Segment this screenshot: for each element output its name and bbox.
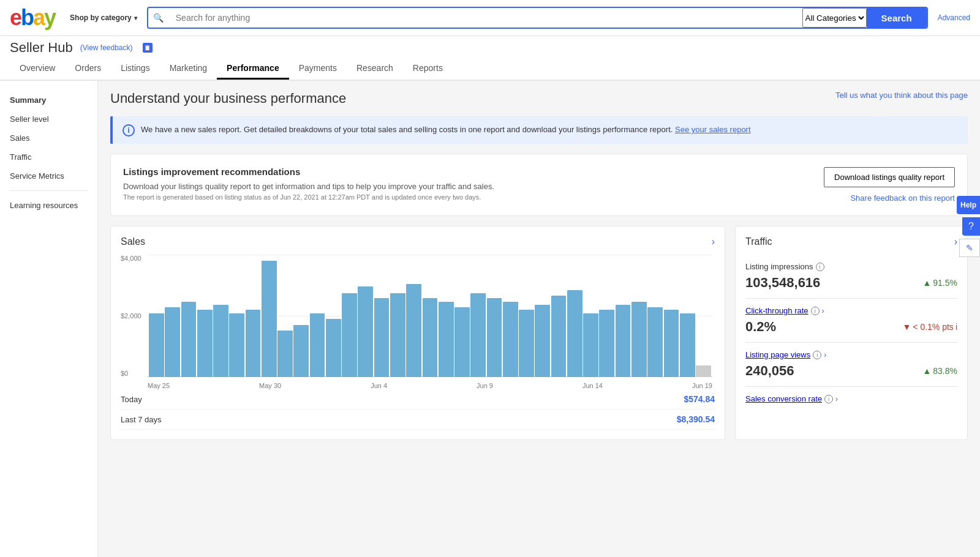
- help-edit-icon[interactable]: ✎: [959, 239, 980, 257]
- impressions-info-icon[interactable]: i: [816, 263, 824, 271]
- seller-hub-top: Seller Hub (View feedback) 📋: [10, 40, 970, 56]
- sidebar-item-seller-level[interactable]: Seller level: [0, 110, 97, 129]
- page-views-value-row: 240,056 ▲ 83.8%: [745, 363, 957, 379]
- category-select[interactable]: All Categories: [802, 8, 867, 28]
- impressions-change: ▲ 91.5%: [922, 278, 957, 288]
- listings-card-title: Listings improvement recommendations: [123, 166, 494, 177]
- share-feedback-link[interactable]: Share feedback on this report: [850, 193, 955, 203]
- sales-chart: $4,000 $2,000 $0 May 25: [121, 255, 715, 389]
- sidebar-item-service-metrics[interactable]: Service Metrics: [0, 166, 97, 185]
- ebay-logo: ebay: [10, 5, 55, 31]
- sidebar-item-learning[interactable]: Learning resources: [0, 196, 97, 215]
- page-views-up-arrow: ▲: [922, 366, 931, 376]
- traffic-card-header: Traffic ›: [745, 236, 957, 247]
- bar-4: [213, 305, 228, 377]
- bar-23: [519, 310, 534, 377]
- traffic-chevron-right[interactable]: ›: [954, 236, 957, 247]
- search-bar: 🔍 All Categories Search: [147, 7, 928, 29]
- y-label-0: $0: [121, 370, 145, 377]
- nav-overview[interactable]: Overview: [10, 58, 65, 80]
- bar-22: [503, 302, 518, 378]
- bar-16: [406, 284, 421, 377]
- sidebar-item-traffic[interactable]: Traffic: [0, 148, 97, 166]
- sales-report-link[interactable]: See your sales report: [675, 125, 751, 134]
- nav-research[interactable]: Research: [347, 58, 403, 80]
- search-input[interactable]: [168, 8, 802, 28]
- bar-19: [454, 307, 470, 377]
- conversion-info-icon[interactable]: i: [824, 395, 833, 403]
- x-axis-labels: May 25 May 30 Jun 4 Jun 9 Jun 14 Jun 19: [148, 382, 712, 389]
- bar-32: [664, 310, 679, 377]
- y-axis-labels: $4,000 $2,000 $0: [121, 255, 145, 377]
- nav-orders[interactable]: Orders: [65, 58, 111, 80]
- sidebar-item-sales[interactable]: Sales: [0, 129, 97, 148]
- sales-chevron-right[interactable]: ›: [712, 236, 715, 247]
- advanced-link[interactable]: Advanced: [938, 13, 970, 22]
- stats-last7: Last 7 days $8,390.54: [121, 409, 715, 430]
- metric-page-views: Listing page views i › 240,056 ▲ 83.8%: [745, 343, 957, 387]
- page-views-change: ▲ 83.8%: [922, 366, 957, 376]
- download-listings-button[interactable]: Download listings quality report: [824, 167, 955, 187]
- last7-label: Last 7 days: [121, 415, 162, 424]
- page-views-value: 240,056: [745, 363, 794, 379]
- ctr-down-arrow: ▼: [902, 322, 911, 332]
- bar-33: [680, 313, 695, 378]
- bar-14: [374, 298, 390, 377]
- bar-15: [390, 293, 405, 377]
- sales-card: Sales › $4,000 $2,000 $0: [110, 226, 725, 440]
- bar-8: [277, 331, 293, 377]
- today-label: Today: [121, 395, 142, 404]
- help-button[interactable]: Help: [957, 196, 980, 214]
- bar-34: [696, 365, 711, 377]
- nav-performance[interactable]: Performance: [217, 58, 289, 80]
- bar-10: [310, 313, 325, 378]
- x-label-jun9: Jun 9: [477, 382, 493, 389]
- listings-card-inner: Listings improvement recommendations Dow…: [123, 166, 955, 203]
- feedback-page-link[interactable]: Tell us what you think about this page: [835, 91, 968, 100]
- ctr-value: 0.2%: [745, 319, 776, 335]
- metric-conversion: Sales conversion rate i ›: [745, 387, 957, 414]
- ctr-chevron[interactable]: ›: [822, 307, 824, 315]
- nav-payments[interactable]: Payments: [289, 58, 347, 80]
- bar-2: [181, 302, 197, 378]
- bar-29: [616, 305, 631, 377]
- layout: Summary Seller level Sales Traffic Servi…: [0, 81, 980, 557]
- x-label-may30: May 30: [259, 382, 281, 389]
- ctr-link[interactable]: Click-through rate: [745, 306, 809, 315]
- nav-listings[interactable]: Listings: [111, 58, 159, 80]
- sales-title: Sales: [121, 236, 145, 247]
- ctr-info-icon[interactable]: i: [811, 307, 820, 315]
- impressions-up-arrow: ▲: [922, 278, 931, 288]
- search-button[interactable]: Search: [867, 8, 927, 28]
- help-question-icon[interactable]: ?: [962, 217, 980, 236]
- seller-hub-title: Seller Hub: [10, 40, 73, 56]
- shop-by-category[interactable]: Shop by category ▾: [70, 13, 137, 22]
- conversion-link[interactable]: Sales conversion rate: [745, 394, 822, 403]
- bar-3: [197, 310, 213, 377]
- bar-17: [423, 298, 438, 377]
- nav-marketing[interactable]: Marketing: [160, 58, 217, 80]
- page-views-info-icon[interactable]: i: [813, 351, 821, 359]
- ctr-value-row: 0.2% ▼ < 0.1% pts i: [745, 319, 957, 335]
- ctr-change-info[interactable]: i: [956, 322, 957, 332]
- info-icon: i: [123, 124, 135, 136]
- sales-card-header: Sales ›: [121, 236, 715, 247]
- nav-reports[interactable]: Reports: [403, 58, 453, 80]
- bar-13: [358, 286, 373, 377]
- listings-card-content: Listings improvement recommendations Dow…: [123, 166, 494, 203]
- bar-18: [439, 302, 454, 378]
- metric-ctr: Click-through rate i › 0.2% ▼ < 0.1% pts…: [745, 299, 957, 343]
- page-views-link[interactable]: Listing page views: [745, 350, 810, 359]
- sidebar-item-summary[interactable]: Summary: [0, 91, 97, 110]
- page-views-chevron[interactable]: ›: [824, 351, 826, 359]
- info-banner-text: We have a new sales report. Get detailed…: [141, 124, 751, 136]
- sidebar-divider: [10, 190, 88, 191]
- bar-20: [470, 293, 486, 377]
- conversion-chevron[interactable]: ›: [835, 395, 838, 403]
- metric-listing-impressions: Listing impressions i 103,548,616 ▲ 91.5…: [745, 255, 957, 299]
- bar-26: [567, 290, 582, 378]
- search-icon: 🔍: [148, 8, 168, 28]
- bar-27: [583, 313, 598, 378]
- listings-improvement-card: Listings improvement recommendations Dow…: [110, 154, 968, 216]
- view-feedback-link[interactable]: (View feedback): [80, 43, 133, 52]
